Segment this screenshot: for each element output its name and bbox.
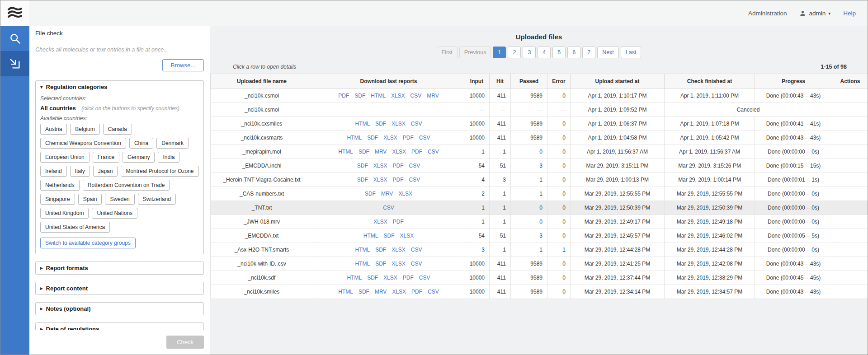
table-row[interactable]: _nci10k-with-ID..csvHTMLSDFXLSXCSV100004… [211,257,868,271]
page-button-next[interactable]: Next [597,47,619,58]
report-link-html[interactable]: HTML [338,149,353,155]
report-link-xlsx[interactable]: XLSX [392,247,406,253]
user-menu[interactable]: admin ▾ [799,10,830,17]
page-button-1[interactable]: 1 [493,47,506,58]
report-link-sdf[interactable]: SDF [365,191,376,197]
report-link-sdf[interactable]: SDF [375,247,386,253]
table-row[interactable]: _nci10k.cxsmilesHTMLSDFXLSXCSV1000041195… [211,117,868,131]
report-link-sdf[interactable]: SDF [367,135,378,141]
accordion-report-formats-header[interactable]: ▸Report formats [36,262,203,274]
accordion-regulation-header[interactable]: ▾ Regulation categories [36,81,203,93]
page-button-2[interactable]: 2 [508,47,521,58]
report-link-mrv[interactable]: MRV [427,93,439,99]
app-logo[interactable] [0,0,29,26]
country-button[interactable]: European Union [40,152,90,163]
country-button[interactable]: Singapore [40,194,75,205]
table-row[interactable]: _nci10k.csmol------------Apr 1, 2019, 1:… [211,103,868,117]
report-link-xlsx[interactable]: XLSX [373,219,387,225]
report-link-xlsx[interactable]: XLSX [391,93,405,99]
report-link-csv[interactable]: CSV [409,177,420,183]
check-button[interactable]: Check [166,336,204,349]
switch-category-groups-button[interactable]: Switch to available category groups [40,238,136,248]
report-link-pdf[interactable]: PDF [393,219,404,225]
report-link-csv[interactable]: CSV [428,289,439,295]
help-link[interactable]: Help [843,10,856,17]
report-link-sdf[interactable]: SDF [357,177,368,183]
report-link-csv[interactable]: CSV [428,149,439,155]
report-link-sdf[interactable]: SDF [375,261,386,267]
table-row[interactable]: _JWH-018.mrvXLSXPDF1100Mar 29, 2019, 12:… [211,215,868,229]
report-link-sdf[interactable]: SDF [359,289,369,295]
report-link-mrv[interactable]: MRV [375,289,387,295]
report-link-html[interactable]: HTML [338,289,353,295]
report-link-csv[interactable]: CSV [419,275,430,281]
country-button[interactable]: Switzerland [138,194,176,205]
page-button-3[interactable]: 3 [523,47,536,58]
nav-file-check[interactable] [0,51,29,76]
report-link-csv[interactable]: CSV [411,261,422,267]
report-link-sdf[interactable]: SDF [375,121,386,127]
accordion-notes-optional-header[interactable]: ▸Notes (optional) [36,303,203,315]
report-link-xlsx[interactable]: XLSX [373,177,387,183]
report-link-html[interactable]: HTML [347,135,362,141]
report-link-xlsx[interactable]: XLSX [392,261,406,267]
report-link-xlsx[interactable]: XLSX [383,275,397,281]
administration-link[interactable]: Administration [748,10,787,17]
report-link-html[interactable]: HTML [363,233,378,239]
country-button[interactable]: Italy [70,166,90,177]
report-link-html[interactable]: HTML [371,93,386,99]
country-button[interactable]: Belgium [70,124,99,135]
report-link-html[interactable]: HTML [347,275,362,281]
report-link-mrv[interactable]: MRV [375,149,387,155]
report-link-xlsx[interactable]: XLSX [400,233,414,239]
table-row[interactable]: _nci10k.smilesHTMLSDFMRVXLSXPDFCSV100004… [211,285,868,299]
report-link-pdf[interactable]: PDF [338,93,349,99]
table-row[interactable]: _mepirapim.molHTMLSDFMRVXLSXPDFCSV1100Ap… [211,145,868,159]
country-button[interactable]: United Kingdom [40,208,89,219]
report-link-csv[interactable]: CSV [409,163,420,169]
country-button[interactable]: India [158,152,179,163]
page-button-6[interactable]: 6 [567,47,580,58]
page-button-4[interactable]: 4 [538,47,551,58]
report-link-xlsx[interactable]: XLSX [392,149,406,155]
page-button-7[interactable]: 7 [582,47,595,58]
table-row[interactable]: _EMCDDA.txtHTMLSDFXLSX545130Mar 29, 2019… [211,229,868,243]
report-link-pdf[interactable]: PDF [403,275,414,281]
country-button[interactable]: Chemical Weapons Convention [40,138,126,149]
report-link-pdf[interactable]: PDF [393,177,404,183]
report-link-sdf[interactable]: SDF [357,163,368,169]
report-link-xlsx[interactable]: XLSX [392,121,406,127]
country-button[interactable]: Denmark [156,138,189,149]
report-link-csv[interactable]: CSV [410,93,422,99]
report-link-html[interactable]: HTML [355,121,370,127]
report-link-xlsx[interactable]: XLSX [392,289,406,295]
report-link-xlsx[interactable]: XLSX [383,135,397,141]
table-row[interactable]: _EMCDDA.inchiSDFXLSXPDFCSV545130Mar 29, … [211,159,868,173]
report-link-pdf[interactable]: PDF [393,163,404,169]
country-button[interactable]: Canada [103,124,132,135]
country-button[interactable]: Netherlands [40,180,80,191]
table-row[interactable]: _nci10k.csmolPDFSDFHTMLXLSXCSVMRV1000041… [211,89,868,103]
accordion-report-content-header[interactable]: ▸Report content [36,282,203,294]
report-link-mrv[interactable]: MRV [381,191,393,197]
report-link-xlsx[interactable]: XLSX [398,191,412,197]
report-link-pdf[interactable]: PDF [411,149,422,155]
report-link-html[interactable]: HTML [355,247,370,253]
table-row[interactable]: _CAS-numbers.txtSDFMRVXLSX2110Mar 29, 20… [211,187,868,201]
browse-button[interactable]: Browse... [162,59,204,71]
country-button[interactable]: Montreal Protocol for Ozone [121,166,198,177]
country-button[interactable]: Ireland [40,166,67,177]
table-row[interactable]: _TNT.txtCSV1100Mar 29, 2019, 12:50:39 PM… [211,201,868,215]
table-row[interactable]: _Asx-H2O-TNT.smartsHTMLSDFXLSXCSV3111Mar… [211,243,868,257]
country-button[interactable]: Japan [93,166,118,177]
country-button[interactable]: France [93,152,119,163]
nav-search[interactable] [0,26,29,51]
report-link-csv[interactable]: CSV [383,205,394,211]
table-row[interactable]: _nci10k.cxsmartsHTMLSDFXLSXPDFCSV1000041… [211,131,868,145]
report-link-sdf[interactable]: SDF [383,233,394,239]
report-link-xlsx[interactable]: XLSX [373,163,387,169]
table-row[interactable]: _Heroin-TNT-Viagra-Cocaine.txtSDFXLSXPDF… [211,173,868,187]
report-link-pdf[interactable]: PDF [411,289,422,295]
page-button-5[interactable]: 5 [552,47,566,58]
report-link-html[interactable]: HTML [355,261,370,267]
